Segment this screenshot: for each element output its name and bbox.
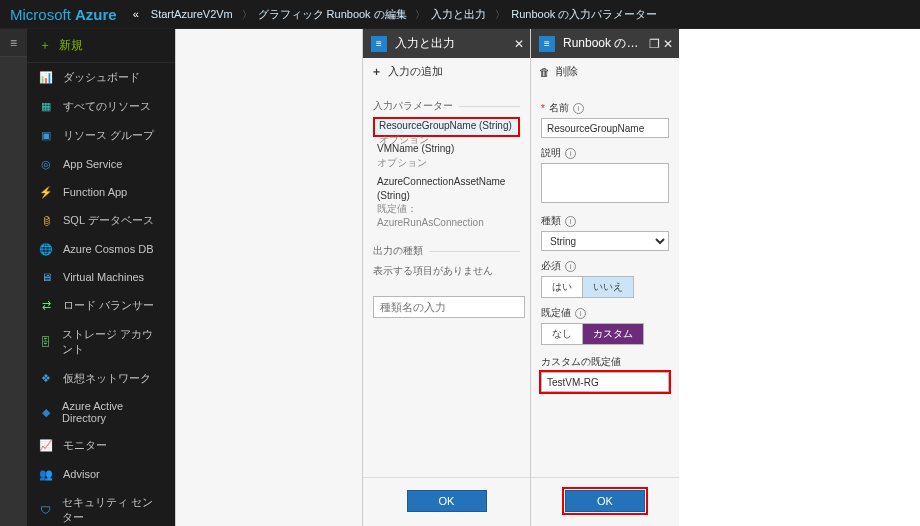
blade-io-header: ≡ 入力と出力 ✕ — [363, 29, 530, 58]
close-icon[interactable]: ✕ — [508, 37, 522, 51]
sidebar-item[interactable]: ◎App Service — [27, 150, 175, 178]
brand-logo[interactable]: Microsoft Azure — [10, 6, 117, 23]
name-field[interactable] — [541, 118, 669, 138]
sidebar-item-label: ロード バランサー — [63, 298, 154, 313]
chevron-right-icon: 〉 — [413, 9, 426, 20]
service-icon: 👥 — [39, 467, 53, 481]
sidebar-item-label: Azure Active Directory — [62, 400, 163, 424]
custom-default-highlight — [541, 372, 669, 392]
info-icon[interactable]: i — [575, 308, 586, 319]
input-parameter-item[interactable]: VMName (String)オプション — [373, 139, 520, 172]
sidebar-item-label: App Service — [63, 158, 122, 170]
sidebar-item[interactable]: 👥Advisor — [27, 460, 175, 488]
name-label: *名前i — [541, 101, 669, 115]
delete-label: 削除 — [556, 64, 578, 79]
sidebar-item-label: Azure Cosmos DB — [63, 243, 153, 255]
param-optional: 既定値：AzureRunAsConnection — [377, 202, 516, 229]
param-name: AzureConnectionAssetName (String) — [377, 175, 516, 202]
default-label: 既定値i — [541, 306, 669, 320]
custom-default-field[interactable] — [541, 372, 669, 392]
hamburger-icon[interactable]: ≡ — [0, 29, 27, 57]
input-params-title: 入力パラメーター — [373, 99, 453, 113]
sidebar-item[interactable]: ◆Azure Active Directory — [27, 393, 175, 431]
type-select[interactable]: String — [541, 231, 669, 251]
restore-icon[interactable]: ❐ — [643, 37, 657, 51]
output-type-row: · · · — [373, 286, 520, 328]
sidebar-item-label: Function App — [63, 186, 127, 198]
default-toggle: なし カスタム — [541, 323, 669, 345]
sidebar-item-label: リソース グループ — [63, 128, 154, 143]
main-layout: ≡ ＋ 新規 📊ダッシュボード▦すべてのリソース▣リソース グループ◎App S… — [0, 29, 920, 526]
breadcrumb-item[interactable]: 入力と出力 — [425, 8, 492, 20]
breadcrumb: StartAzureV2Vm 〉グラフィック Runbook の編集 〉入力と出… — [145, 7, 664, 22]
sidebar-item[interactable]: 🖥Virtual Machines — [27, 263, 175, 291]
service-icon: 🛡 — [39, 503, 52, 517]
breadcrumb-item[interactable]: Runbook の入力パラメーター — [505, 8, 663, 20]
sidebar-item-label: Advisor — [63, 468, 100, 480]
chevron-right-icon: 〉 — [239, 9, 252, 20]
breadcrumb-item[interactable]: グラフィック Runbook の編集 — [252, 8, 413, 20]
blade-param: ≡ Runbook の入力パラメ… ❐ ✕ 🗑 削除 *名前i 説明i 種類i … — [530, 29, 679, 526]
sidebar-item-label: セキュリティ センター — [62, 495, 163, 525]
sidebar-item[interactable]: 📊ダッシュボード — [27, 63, 175, 92]
info-icon[interactable]: i — [565, 216, 576, 227]
ok-button[interactable]: OK — [565, 490, 645, 512]
sidebar-item[interactable]: 🛢SQL データベース — [27, 206, 175, 235]
blade-param-footer: OK — [531, 477, 679, 526]
sidebar-item[interactable]: 🛡セキュリティ センター — [27, 488, 175, 526]
service-icon: 🖥 — [39, 270, 53, 284]
service-icon: ⚡ — [39, 185, 53, 199]
mandatory-yes[interactable]: はい — [541, 276, 583, 298]
sidebar-item[interactable]: 🗄ストレージ アカウント — [27, 320, 175, 364]
add-input-button[interactable]: ＋ 入力の追加 — [363, 58, 530, 85]
sidebar-item[interactable]: 📈モニター — [27, 431, 175, 460]
sidebar-item[interactable]: ❖仮想ネットワーク — [27, 364, 175, 393]
blade-param-header: ≡ Runbook の入力パラメ… ❐ ✕ — [531, 29, 679, 58]
input-parameter-item[interactable]: ResourceGroupName (String)オプション — [373, 117, 520, 137]
sidebar-item[interactable]: ⇄ロード バランサー — [27, 291, 175, 320]
description-field[interactable] — [541, 163, 669, 203]
ok-button[interactable]: OK — [407, 490, 487, 512]
default-none[interactable]: なし — [541, 323, 583, 345]
service-icon: ▦ — [39, 100, 53, 114]
param-name: ResourceGroupName (String) — [379, 119, 514, 133]
blade-io-footer: OK — [363, 477, 530, 526]
add-input-label: 入力の追加 — [388, 64, 443, 79]
blade-param-title: Runbook の入力パラメ… — [563, 35, 643, 52]
mandatory-no[interactable]: いいえ — [583, 276, 634, 298]
param-optional: オプション — [377, 156, 516, 170]
output-type-input[interactable] — [373, 296, 525, 318]
sidebar-item[interactable]: ▣リソース グループ — [27, 121, 175, 150]
top-bar: Microsoft Azure « StartAzureV2Vm 〉グラフィック… — [0, 0, 920, 29]
sidebar-item[interactable]: ▦すべてのリソース — [27, 92, 175, 121]
type-label: 種類i — [541, 214, 669, 228]
service-icon: 🌐 — [39, 242, 53, 256]
description-label: 説明i — [541, 146, 669, 160]
plus-icon: ＋ — [39, 37, 51, 54]
input-parameter-item[interactable]: AzureConnectionAssetName (String)既定値：Azu… — [373, 172, 520, 232]
default-custom[interactable]: カスタム — [583, 323, 644, 345]
breadcrumb-item[interactable]: StartAzureV2Vm — [145, 8, 239, 20]
info-icon[interactable]: i — [565, 261, 576, 272]
service-icon: ◎ — [39, 157, 53, 171]
sidebar-item-label: ダッシュボード — [63, 70, 140, 85]
output-empty-text: 表示する項目がありません — [373, 262, 520, 286]
close-icon[interactable]: ✕ — [657, 37, 671, 51]
sidebar-item[interactable]: ⚡Function App — [27, 178, 175, 206]
sidebar-new-label: 新規 — [59, 37, 83, 54]
info-icon[interactable]: i — [565, 148, 576, 159]
service-icon: ▣ — [39, 129, 53, 143]
blade-param-body: *名前i 説明i 種類i String 必須i はい いいえ 既定値i なし カ… — [531, 85, 679, 477]
service-icon: ❖ — [39, 372, 53, 386]
service-icon: 📊 — [39, 71, 53, 85]
sidebar-new[interactable]: ＋ 新規 — [27, 29, 175, 63]
output-section: 出力の種類 — [373, 244, 520, 258]
info-icon[interactable]: i — [573, 103, 584, 114]
sidebar-item-label: モニター — [63, 438, 107, 453]
mandatory-label: 必須i — [541, 259, 669, 273]
param-name: VMName (String) — [377, 142, 516, 156]
breadcrumb-back-icon[interactable]: « — [133, 8, 139, 20]
sidebar-item[interactable]: 🌐Azure Cosmos DB — [27, 235, 175, 263]
delete-button[interactable]: 🗑 削除 — [531, 58, 679, 85]
blade-param-icon: ≡ — [539, 36, 555, 52]
